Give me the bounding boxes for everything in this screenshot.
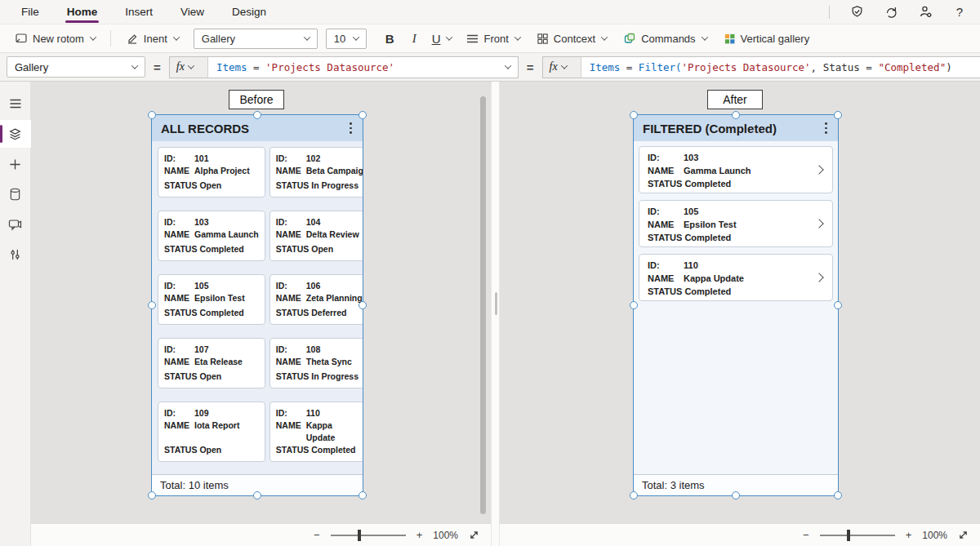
record-card[interactable]: ID:105NAMEEpsilon TestSTATUSCompleted (158, 274, 265, 325)
control-type-select[interactable]: Gallery (194, 29, 318, 49)
fx-button[interactable]: fx (170, 57, 208, 78)
zoom-slider[interactable] (331, 535, 406, 536)
new-screen-button[interactable]: New rotom (8, 27, 102, 50)
selection-handle[interactable] (253, 111, 261, 119)
formula-box-left[interactable]: fx Items = 'Projects Datasource' (169, 56, 519, 78)
card-line-id: ID:106 (276, 280, 363, 292)
gallery-all-records[interactable]: ALL RECORDS ID:101NAMEAlpha ProjectSTATU… (151, 114, 363, 496)
canvas-after: After FILTERED (Completed) ID:103NAMEGam… (500, 82, 980, 546)
record-card[interactable]: ID:110NAMEKappa UpdateSTATUSCompleted (639, 254, 833, 301)
record-card[interactable]: ID:107NAMEEta ReleaseSTATUSOpen (158, 338, 265, 388)
zoom-out-button[interactable]: − (803, 529, 809, 541)
insert-icon[interactable] (0, 150, 31, 178)
formula-token: = (247, 61, 266, 73)
menu-insert[interactable]: Insert (122, 0, 156, 24)
selection-handle[interactable] (148, 301, 156, 309)
selection-handle[interactable] (359, 111, 367, 119)
selection-handle[interactable] (148, 491, 156, 499)
record-card[interactable]: ID:103NAMEGamma LaunchSTATUSCompleted (158, 211, 265, 261)
italic-button[interactable]: I (405, 32, 424, 46)
bold-button[interactable]: B (378, 32, 402, 46)
selection-handle[interactable] (630, 111, 638, 119)
record-card[interactable]: ID:104NAMEDelta ReviewSTATUSOpen (270, 211, 363, 261)
zoom-slider-thumb[interactable] (358, 530, 361, 541)
field-label: NAME (276, 356, 306, 371)
field-value: Completed (311, 444, 355, 456)
vertical-gallery-button[interactable]: Vertical gallery (717, 27, 817, 50)
card-line-name: NAMETheta Sync (276, 356, 363, 371)
canvas-splitter[interactable] (491, 82, 500, 546)
zoom-percent[interactable]: 100% (922, 530, 947, 541)
zoom-slider-thumb[interactable] (847, 530, 850, 541)
gallery-filtered[interactable]: FILTERED (Completed) ID:103NAMEGamma Lau… (633, 114, 839, 496)
splitter-handle[interactable] (495, 292, 497, 315)
record-card[interactable]: ID:101NAMEAlpha ProjectSTATUSOpen (158, 147, 265, 198)
fit-to-window-icon[interactable] (469, 530, 479, 540)
selection-handle[interactable] (630, 491, 638, 499)
zoom-percent[interactable]: 100% (433, 530, 458, 541)
front-button[interactable]: Front (460, 27, 526, 50)
help-icon[interactable]: ? (952, 5, 967, 20)
fx-button[interactable]: fx (543, 57, 581, 78)
record-card[interactable]: ID:105NAMEEpsilon TestSTATUSCompleted (639, 200, 833, 247)
field-value: 106 (306, 280, 321, 292)
card-line-id: ID:105 (164, 280, 259, 292)
zoom-out-button[interactable]: − (314, 529, 320, 541)
chevron-down-icon (90, 33, 96, 40)
field-value: Kappa Update (306, 419, 349, 444)
zoom-in-button[interactable]: + (906, 529, 912, 541)
selection-handle[interactable] (148, 111, 156, 119)
advanced-tools-icon[interactable] (0, 241, 31, 269)
field-label: NAME (164, 229, 194, 243)
field-label: STATUS (276, 180, 311, 192)
field-value: 107 (194, 344, 209, 356)
more-options-icon[interactable] (348, 121, 354, 135)
redo-icon[interactable] (884, 5, 898, 20)
object-select[interactable]: Gallery (7, 56, 145, 78)
field-value: Iota Report (194, 419, 239, 444)
data-icon[interactable] (0, 180, 31, 208)
selection-handle[interactable] (834, 491, 842, 499)
fit-to-window-icon[interactable] (958, 530, 969, 540)
formula-box-right[interactable]: fx Items = Filter('Projects Datasource',… (542, 56, 980, 78)
commands-button[interactable]: Commands (617, 27, 713, 50)
tree-view-icon[interactable] (0, 120, 31, 148)
record-card[interactable]: ID:108NAMETheta SyncSTATUSIn Progress (270, 338, 363, 388)
selection-handle[interactable] (253, 491, 261, 499)
menu-home[interactable]: Home (64, 0, 101, 24)
selection-handle[interactable] (834, 111, 842, 119)
zoom-slider[interactable] (820, 535, 895, 536)
chevron-down-icon (701, 33, 707, 40)
selection-handle[interactable] (630, 301, 638, 309)
menu-design[interactable]: Design (229, 0, 270, 24)
account-settings-icon[interactable] (918, 5, 933, 20)
selection-handle[interactable] (834, 301, 842, 309)
record-card[interactable]: ID:102NAMEBeta CampaignSTATUSIn Progress (270, 147, 363, 198)
canvas-scrollbar[interactable] (480, 96, 486, 514)
record-card[interactable]: ID:109NAMEIota ReportSTATUSOpen (158, 402, 265, 462)
gallery-after-body: ID:103NAMEGamma LaunchSTATUSCompletedID:… (634, 141, 838, 474)
selection-handle[interactable] (359, 301, 367, 309)
more-options-icon[interactable] (823, 121, 829, 135)
record-card[interactable]: ID:103NAMEGamma LaunchSTATUSCompleted (639, 146, 833, 193)
selection-handle[interactable] (732, 491, 740, 499)
formula-input-right[interactable]: Items = Filter('Projects Datasource', St… (581, 61, 980, 73)
equals-sign: = (154, 60, 161, 74)
menu-view[interactable]: View (177, 0, 207, 24)
chevron-down-icon[interactable] (505, 62, 511, 69)
selection-handle[interactable] (732, 111, 740, 119)
selection-handle[interactable] (359, 491, 367, 499)
field-label: ID: (276, 216, 306, 229)
ink-button[interactable]: Inent (119, 27, 185, 50)
record-card[interactable]: ID:106NAMEZeta PlanningSTATUSDeferred (270, 274, 363, 325)
record-card[interactable]: ID:110NAMEKappa UpdateSTATUSCompleted (270, 402, 363, 462)
font-size-select[interactable]: 10 (326, 29, 367, 49)
media-icon[interactable] (0, 211, 31, 238)
zoom-in-button[interactable]: + (416, 529, 423, 541)
formula-input-left[interactable]: Items = 'Projects Datasource' (208, 61, 504, 73)
context-button[interactable]: Contcext (530, 27, 613, 50)
hamburger-menu-icon[interactable] (0, 90, 31, 118)
menu-file[interactable]: File (18, 0, 42, 24)
app-checker-icon[interactable] (849, 5, 864, 20)
underline-button[interactable]: U (427, 27, 457, 50)
